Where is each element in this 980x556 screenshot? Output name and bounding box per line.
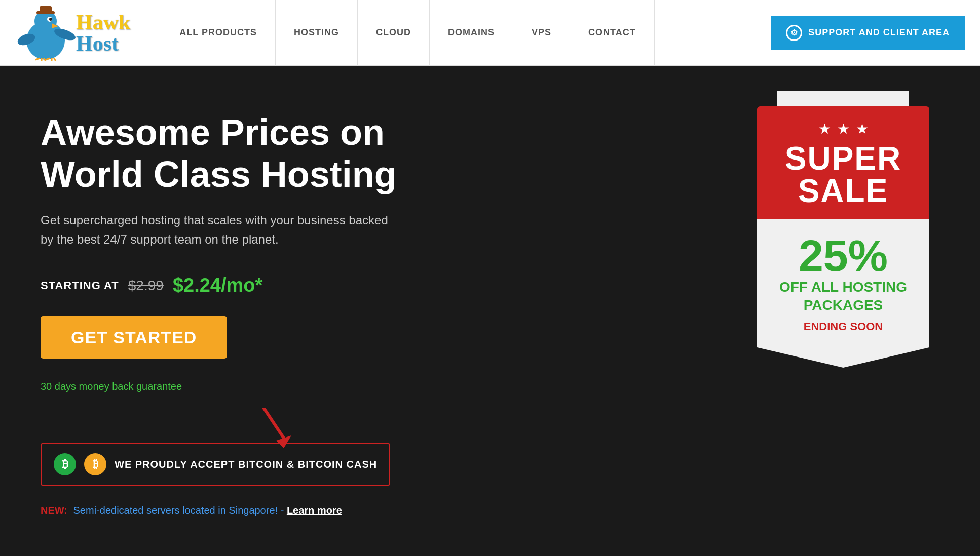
pricing-row: STARTING AT $2.99 $2.24/mo* — [41, 274, 747, 296]
super-text: SUPER — [767, 142, 919, 175]
red-arrow-icon — [253, 408, 294, 453]
sale-badge-red: ★ ★ ★ SUPER SALE — [757, 106, 929, 219]
logo-text2: Host — [76, 33, 130, 54]
support-btn-label: SUPPORT AND CLIENT AREA — [808, 27, 950, 38]
support-icon: ⚙ — [786, 25, 802, 41]
nav-item-cloud[interactable]: CLOUD — [358, 0, 430, 66]
star-1-icon: ★ — [818, 121, 831, 137]
off-text-line1: OFF ALL HOSTING — [767, 278, 919, 296]
new-announcement-bar: NEW: Semi-dedicated servers located in S… — [41, 505, 747, 517]
support-client-area-button[interactable]: ⚙ SUPPORT AND CLIENT AREA — [771, 16, 965, 50]
learn-more-link[interactable]: Learn more — [287, 505, 342, 516]
hero-subtitle: Get supercharged hosting that scales wit… — [41, 211, 395, 250]
hero-title: Awesome Prices on World Class Hosting — [41, 111, 446, 195]
logo[interactable]: Hawk Host — [15, 5, 130, 61]
ending-soon-text: ENDING SOON — [767, 320, 919, 333]
hero-section: Awesome Prices on World Class Hosting Ge… — [0, 66, 980, 556]
star-2-icon: ★ — [837, 121, 850, 137]
nav-item-domains[interactable]: DOMAINS — [430, 0, 513, 66]
percent-discount: 25% — [767, 233, 919, 278]
money-back-guarantee: 30 days money back guarantee — [41, 381, 747, 392]
hero-content-left: Awesome Prices on World Class Hosting Ge… — [41, 96, 747, 536]
stars-row: ★ ★ ★ — [767, 121, 919, 137]
bitcoin-green-icon: ₿ — [54, 453, 76, 475]
star-3-icon: ★ — [856, 121, 869, 137]
new-price: $2.24/mo* — [173, 274, 262, 296]
starting-at-label: STARTING AT — [41, 279, 119, 292]
svg-line-9 — [35, 58, 40, 60]
bitcoin-text: WE PROUDLY ACCEPT BITCOIN & BITCOIN CASH — [115, 459, 377, 470]
main-nav: ALL PRODUCTS HOSTING CLOUD DOMAINS VPS C… — [161, 0, 771, 66]
ribbon-top — [777, 91, 909, 106]
get-started-button[interactable]: GET STARTED — [41, 316, 227, 359]
svg-point-4 — [49, 18, 52, 21]
svg-line-15 — [263, 408, 284, 438]
singapore-text: Semi-dedicated servers located in Singap… — [73, 505, 284, 516]
bitcoin-acceptance-box: ₿ ₿ WE PROUDLY ACCEPT BITCOIN & BITCOIN … — [41, 443, 390, 486]
new-label: NEW: — [41, 505, 67, 516]
old-price: $2.99 — [128, 277, 164, 294]
header: Hawk Host ALL PRODUCTS HOSTING CLOUD DOM… — [0, 0, 980, 66]
logo-text: Hawk — [76, 12, 130, 33]
off-text-line2: PACKAGES — [767, 296, 919, 314]
svg-line-14 — [54, 58, 56, 61]
sale-text: SALE — [767, 175, 919, 207]
hero-content-right: ★ ★ ★ SUPER SALE 25% OFF ALL HOSTING PAC… — [747, 96, 939, 536]
hawk-logo-icon — [15, 5, 76, 61]
svg-rect-6 — [40, 6, 52, 13]
nav-item-all-products[interactable]: ALL PRODUCTS — [161, 0, 276, 66]
nav-item-contact[interactable]: CONTACT — [570, 0, 655, 66]
super-sale-badge: ★ ★ ★ SUPER SALE 25% OFF ALL HOSTING PAC… — [757, 91, 929, 347]
nav-item-hosting[interactable]: HOSTING — [276, 0, 358, 66]
sale-badge-white: 25% OFF ALL HOSTING PACKAGES ENDING SOON — [757, 219, 929, 347]
nav-item-vps[interactable]: VPS — [513, 0, 570, 66]
bitcoin-cash-gold-icon: ₿ — [84, 453, 106, 475]
